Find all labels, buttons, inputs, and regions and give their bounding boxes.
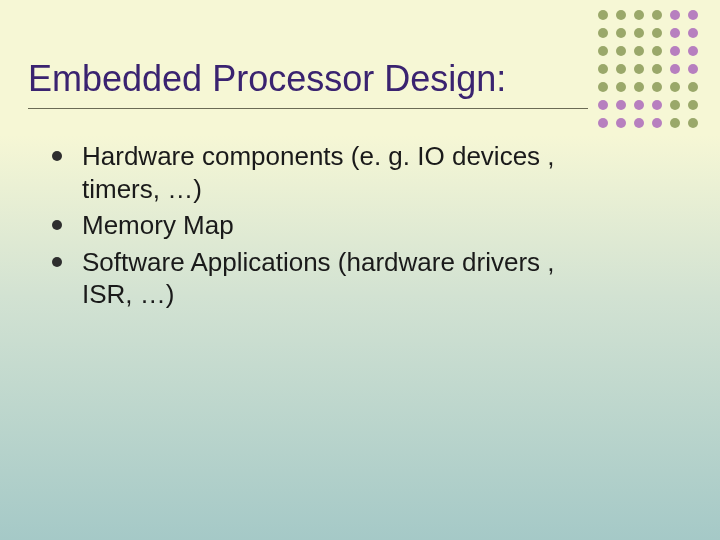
- bullet-item: Memory Map: [48, 209, 608, 242]
- decor-dot: [652, 28, 662, 38]
- decor-dot: [652, 118, 662, 128]
- decor-dot: [688, 118, 698, 128]
- decor-dot: [670, 82, 680, 92]
- decor-dot: [598, 64, 608, 74]
- decor-dot: [652, 10, 662, 20]
- decor-dot: [598, 82, 608, 92]
- decor-dot: [670, 10, 680, 20]
- decor-dot: [652, 64, 662, 74]
- decor-dot: [688, 100, 698, 110]
- decor-dot: [598, 46, 608, 56]
- decor-dot: [598, 10, 608, 20]
- decor-dot: [688, 64, 698, 74]
- decor-dot: [634, 82, 644, 92]
- decor-dot: [670, 28, 680, 38]
- bullet-text: Hardware components (e. g. IO devices , …: [82, 141, 555, 204]
- bullet-text: Software Applications (hardware drivers …: [82, 247, 555, 310]
- bullet-item: Hardware components (e. g. IO devices , …: [48, 140, 608, 205]
- slide-title: Embedded Processor Design:: [28, 58, 588, 100]
- title-area: Embedded Processor Design:: [28, 58, 588, 109]
- decor-dot: [688, 10, 698, 20]
- slide-body: Hardware components (e. g. IO devices , …: [48, 140, 608, 315]
- decor-dot: [634, 28, 644, 38]
- decor-dot: [670, 100, 680, 110]
- decor-dot: [688, 82, 698, 92]
- decor-dot: [616, 46, 626, 56]
- decor-dot: [634, 118, 644, 128]
- decor-dot: [652, 82, 662, 92]
- bullet-text: Memory Map: [82, 210, 234, 240]
- decor-dot: [616, 118, 626, 128]
- decor-dot: [670, 46, 680, 56]
- decor-dot: [670, 64, 680, 74]
- decor-dot: [688, 28, 698, 38]
- decor-dot: [616, 82, 626, 92]
- decor-dot: [688, 46, 698, 56]
- title-underline: [28, 108, 588, 109]
- decor-dot: [670, 118, 680, 128]
- decor-dot: [598, 118, 608, 128]
- corner-dot-grid: [598, 10, 702, 132]
- decor-dot: [616, 100, 626, 110]
- decor-dot: [634, 100, 644, 110]
- decor-dot: [634, 64, 644, 74]
- decor-dot: [598, 28, 608, 38]
- decor-dot: [634, 10, 644, 20]
- decor-dot: [616, 28, 626, 38]
- decor-dot: [634, 46, 644, 56]
- decor-dot: [652, 100, 662, 110]
- decor-dot: [616, 10, 626, 20]
- decor-dot: [652, 46, 662, 56]
- decor-dot: [598, 100, 608, 110]
- decor-dot: [616, 64, 626, 74]
- slide: Embedded Processor Design: Hardware comp…: [0, 0, 720, 540]
- bullet-list: Hardware components (e. g. IO devices , …: [48, 140, 608, 311]
- bullet-item: Software Applications (hardware drivers …: [48, 246, 608, 311]
